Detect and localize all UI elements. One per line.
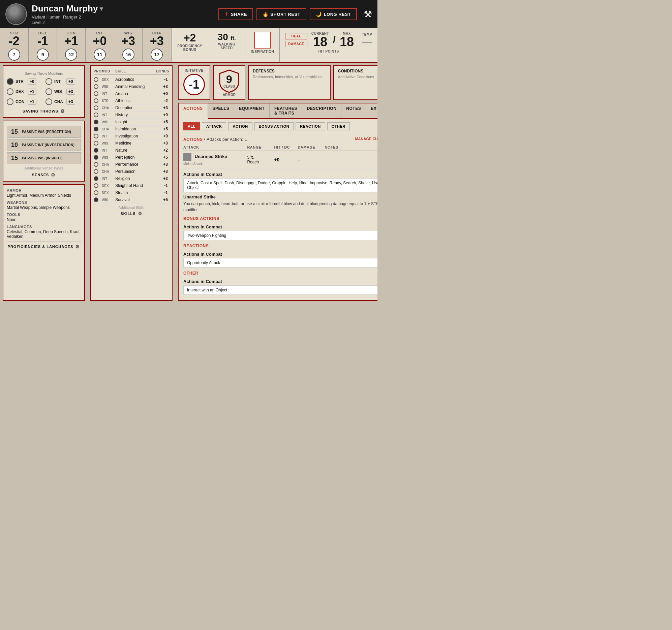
character-dropdown-icon[interactable]: ▾ [100,5,103,13]
save-con: CON +1 [7,98,42,105]
skill-row-survival: WIS Survival +5 [94,196,169,203]
skill-row-arcana: INT Arcana +0 [94,90,169,97]
moon-icon: 🌙 [316,11,322,17]
tab-spells[interactable]: SPELLS [208,103,235,118]
save-dex: DEX +1 [7,88,42,95]
filter-all[interactable]: ALL [183,122,200,130]
skill-attr: WIS [102,142,115,145]
skill-attr: WIS [102,198,115,202]
filter-bonus-action[interactable]: BONUS ACTION [255,122,294,130]
initiative-box: INITIATIVE -1 [178,65,210,100]
skill-attr: WIS [102,120,115,124]
attacks-header: ATTACK RANGE HIT / DC DAMAGE NOTES [183,144,378,151]
character-level: Level 2 [32,20,214,25]
proficiencies-gear-icon[interactable]: ⚙ [75,244,80,249]
reactions-combat-section: Actions in Combat Opportunity Attack [183,252,378,267]
armor-class-box: 9 CLASS ARMOR [213,65,245,100]
header: Duncan Murphy ▾ Variant Human Ranger 2 L… [0,0,378,28]
tab-equipment[interactable]: EQUIPMENT [234,103,270,118]
character-info: Duncan Murphy ▾ Variant Human Ranger 2 L… [32,3,214,25]
senses-title: SENSES ⚙ [7,172,81,177]
skill-attr: DEX [102,191,115,195]
long-rest-button[interactable]: 🌙 LONG REST [310,8,357,20]
skill-attr: CHA [102,170,115,173]
saving-throws-gear-icon[interactable]: ⚙ [60,108,65,114]
ability-int: INT +0 11 [86,28,114,62]
tab-features-traits[interactable]: FEATURES & TRAITS [270,103,302,118]
heal-damage-buttons: HEAL DAMAGE [285,33,307,47]
skill-attr: DEX [102,184,115,188]
hp-current-value[interactable]: 18 [311,35,329,48]
filter-other[interactable]: OTHER [327,122,350,130]
skills-gear-icon[interactable]: ⚙ [138,211,143,216]
hp-block: HEAL DAMAGE CURRENT 18 / MAX 18 TEMP — H… [280,28,378,62]
ability-str: STR -2 7 [0,28,29,62]
inspiration-box[interactable] [254,32,271,49]
languages-value: Celestial, Common, Deep Speech, Kraul, V… [7,229,81,239]
skill-row-religion: INT Religion +2 [94,175,169,182]
saving-throw-modifier-text: Saving Throw Modifiers [7,71,81,75]
filter-attack[interactable]: ATTACK [202,122,226,130]
actions-combat-section: Actions in Combat Attack, Cast a Spell, … [183,172,378,192]
actions-heading-row: ACTIONS • Attacks per Action: 1 MANAGE C… [183,134,378,144]
hp-max-value[interactable]: 18 [340,35,354,48]
conditions-add[interactable]: Add Active Conditions [338,75,378,79]
actions-combat-text: Attack, Cast a Spell, Dash, Disengage, D… [183,178,378,192]
heal-button[interactable]: HEAL [285,33,307,40]
saving-throws-title: SAVING THROWS ⚙ [7,108,81,114]
tools-value: None [7,217,81,222]
skill-row-investigation: INT Investigation +0 [94,133,169,140]
bonus-actions-combat-section: Actions in Combat Two-Weapon Fighting [183,224,378,240]
filter-reaction[interactable]: REACTION [295,122,325,130]
reactions-heading: REACTIONS [183,244,378,248]
save-cha: CHA +3 [46,98,81,105]
skill-bonus: +3 [152,84,169,89]
save-wis: WIS +3 [46,88,81,95]
share-button[interactable]: ⬆ SHARE [218,8,253,20]
tab-extras[interactable]: EXTRAS [366,103,378,118]
tab-notes[interactable]: NOTES [341,103,366,118]
ability-con: CON +1 12 [57,28,86,62]
hp-temp-value[interactable]: — [362,37,372,47]
filter-action[interactable]: ACTION [228,122,252,130]
skill-row-acrobatics: DEX Acrobatics -1 [94,76,169,83]
skill-prof-dot [94,197,98,202]
senses-box: 15 PASSIVE WIS (PERCEPTION) 10 PASSIVE I… [3,121,85,181]
languages-label: LANGUAGES [7,225,81,229]
skills-title: SKILLS ⚙ [94,211,169,216]
senses-gear-icon[interactable]: ⚙ [51,172,56,177]
anvil-icon: ⚒ [364,9,372,20]
armor-value: Light Armor, Medium Armor, Shields [7,193,81,198]
skill-prof-dot [94,190,98,195]
skill-attr: CHA [102,127,115,131]
share-icon: ⬆ [224,11,229,17]
short-rest-button[interactable]: 🔥 SHORT REST [257,8,306,20]
armor-label: ARMOR [7,188,81,192]
skill-name: Athletics [115,98,152,103]
hp-temp-section: TEMP — [362,33,372,47]
tools-label: TOOLS [7,213,81,217]
proficiencies-languages-box: ARMOR Light Armor, Medium Armor, Shields… [3,184,85,301]
skill-prof-dot [94,148,98,153]
main-layout: Saving Throw Modifiers STR +0 INT +0 DEX… [0,63,378,304]
actions-combat-title: Actions in Combat [183,172,378,177]
skill-name: Acrobatics [115,77,152,82]
skill-name: Arcana [115,91,152,96]
inspiration-label: INSPIRATION [251,50,274,53]
damage-button[interactable]: DAMAGE [285,41,307,47]
tab-actions[interactable]: ACTIONS [178,103,208,119]
conditions-title: CONDITIONS [338,69,378,73]
skill-prof-dot [94,91,98,96]
skill-attr: WIS [102,85,115,89]
skill-name: Medicine [115,141,152,146]
unarmed-strike-desc: You can punch, kick, head-butt, or use a… [183,201,378,213]
skill-prof-dot [94,183,98,188]
skill-bonus: +5 [152,197,169,202]
tab-description[interactable]: DESCRIPTION [302,103,342,118]
skill-attr: CHA [102,163,115,166]
saving-throws-box: Saving Throw Modifiers STR +0 INT +0 DEX… [3,65,85,118]
proficiencies-languages-title: PROFICIENCIES & LANGUAGES ⚙ [7,242,81,249]
reactions-combat-title: Actions in Combat [183,252,378,257]
additional-skills-label: Additional Skills [94,205,169,210]
manage-custom-button[interactable]: MANAGE CUSTOM [355,137,378,141]
